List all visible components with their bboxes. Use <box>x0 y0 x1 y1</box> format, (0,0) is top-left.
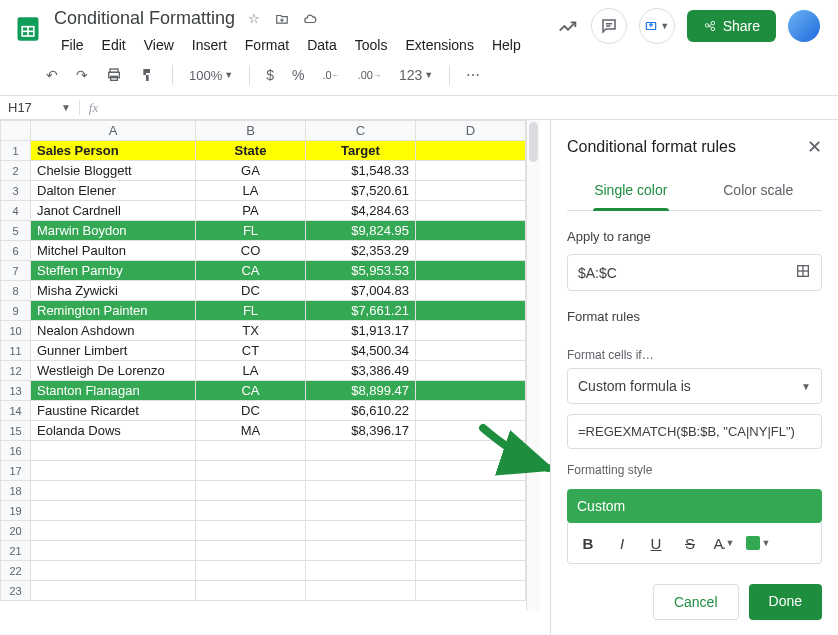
row-header[interactable]: 3 <box>1 181 31 201</box>
menu-insert[interactable]: Insert <box>185 33 234 57</box>
cell-state[interactable]: FL <box>196 301 306 321</box>
cell-target[interactable]: $3,386.49 <box>306 361 416 381</box>
increase-decimal-button[interactable]: .00→ <box>352 65 387 85</box>
cell-target[interactable]: $2,353.29 <box>306 241 416 261</box>
spreadsheet-grid[interactable]: ABCD 1Sales PersonStateTarget2Chelsie Bl… <box>0 120 526 601</box>
cell-target[interactable]: $4,500.34 <box>306 341 416 361</box>
cell-target[interactable]: $9,824.95 <box>306 221 416 241</box>
menu-edit[interactable]: Edit <box>95 33 133 57</box>
condition-select[interactable]: Custom formula is ▼ <box>567 368 822 404</box>
col-header-A[interactable]: A <box>31 121 196 141</box>
cell-state[interactable]: DC <box>196 401 306 421</box>
cell-person[interactable]: Marwin Boydon <box>31 221 196 241</box>
doc-title[interactable]: Conditional Formatting <box>54 8 235 29</box>
cancel-button[interactable]: Cancel <box>653 584 739 620</box>
number-format-button[interactable]: 123▼ <box>393 63 439 87</box>
name-box[interactable]: H17▼ <box>0 100 80 115</box>
row-header[interactable]: 20 <box>1 521 31 541</box>
formula-input[interactable]: =REGEXMATCH($B:$B, "CA|NY|FL") <box>567 414 822 449</box>
cell-person[interactable]: Misha Zywicki <box>31 281 196 301</box>
row-header[interactable]: 2 <box>1 161 31 181</box>
row-header[interactable]: 8 <box>1 281 31 301</box>
menu-view[interactable]: View <box>137 33 181 57</box>
cell-state[interactable]: CO <box>196 241 306 261</box>
cell-target[interactable]: $7,661.21 <box>306 301 416 321</box>
style-preview[interactable]: Custom <box>567 489 822 523</box>
tab-color-scale[interactable]: Color scale <box>695 170 823 210</box>
cell-state[interactable]: LA <box>196 181 306 201</box>
share-button[interactable]: Share <box>687 10 776 42</box>
cell-state[interactable]: CA <box>196 261 306 281</box>
bold-button[interactable]: B <box>572 529 604 557</box>
range-input[interactable]: $A:$C <box>567 254 822 291</box>
comments-button[interactable] <box>591 8 627 44</box>
row-header[interactable]: 17 <box>1 461 31 481</box>
cell-person[interactable]: Janot Cardnell <box>31 201 196 221</box>
row-header[interactable]: 21 <box>1 541 31 561</box>
cell-target[interactable]: $1,548.33 <box>306 161 416 181</box>
cell-state[interactable]: GA <box>196 161 306 181</box>
cell-person[interactable]: Mitchel Paulton <box>31 241 196 261</box>
col-header-B[interactable]: B <box>196 121 306 141</box>
col-header-C[interactable]: C <box>306 121 416 141</box>
percent-button[interactable]: % <box>286 63 310 87</box>
vertical-scrollbar[interactable] <box>526 120 540 611</box>
cell-state[interactable]: TX <box>196 321 306 341</box>
cell-person[interactable]: Dalton Elener <box>31 181 196 201</box>
cell-state[interactable]: CA <box>196 381 306 401</box>
cell-state[interactable]: FL <box>196 221 306 241</box>
row-header[interactable]: 13 <box>1 381 31 401</box>
more-tools-button[interactable]: ⋯ <box>460 63 486 87</box>
decrease-decimal-button[interactable]: .0← <box>316 65 345 85</box>
present-button[interactable]: ▼ <box>639 8 675 44</box>
row-header[interactable]: 23 <box>1 581 31 601</box>
fill-color-button[interactable]: ▼ <box>742 529 774 557</box>
history-icon[interactable] <box>557 15 579 37</box>
row-header[interactable]: 11 <box>1 341 31 361</box>
row-header[interactable]: 10 <box>1 321 31 341</box>
italic-button[interactable]: I <box>606 529 638 557</box>
star-icon[interactable]: ☆ <box>245 10 263 28</box>
cell-person[interactable]: Eolanda Dows <box>31 421 196 441</box>
row-header[interactable]: 9 <box>1 301 31 321</box>
row-header[interactable]: 1 <box>1 141 31 161</box>
cell-person[interactable]: Faustine Ricardet <box>31 401 196 421</box>
cell-person[interactable]: Westleigh De Lorenzo <box>31 361 196 381</box>
sheets-logo[interactable] <box>12 8 44 50</box>
menu-format[interactable]: Format <box>238 33 296 57</box>
cell-state[interactable]: LA <box>196 361 306 381</box>
cell-target[interactable]: $8,396.17 <box>306 421 416 441</box>
redo-button[interactable]: ↷ <box>70 63 94 87</box>
cell-state[interactable]: CT <box>196 341 306 361</box>
row-header[interactable]: 18 <box>1 481 31 501</box>
header-cell[interactable]: Sales Person <box>31 141 196 161</box>
menu-extensions[interactable]: Extensions <box>398 33 480 57</box>
row-header[interactable]: 4 <box>1 201 31 221</box>
cell-target[interactable]: $7,520.61 <box>306 181 416 201</box>
cell-person[interactable]: Gunner Limbert <box>31 341 196 361</box>
text-color-button[interactable]: A.▼ <box>708 529 740 557</box>
cloud-status-icon[interactable] <box>301 10 319 28</box>
row-header[interactable]: 14 <box>1 401 31 421</box>
strike-button[interactable]: S <box>674 529 706 557</box>
cell-target[interactable]: $1,913.17 <box>306 321 416 341</box>
cell-person[interactable]: Nealon Ashdown <box>31 321 196 341</box>
row-header[interactable]: 7 <box>1 261 31 281</box>
cell-person[interactable]: Steffen Parnby <box>31 261 196 281</box>
row-header[interactable]: 12 <box>1 361 31 381</box>
tab-single-color[interactable]: Single color <box>567 170 695 210</box>
header-cell[interactable]: Target <box>306 141 416 161</box>
cell-state[interactable]: MA <box>196 421 306 441</box>
cell-state[interactable]: DC <box>196 281 306 301</box>
undo-button[interactable]: ↶ <box>40 63 64 87</box>
cell-person[interactable]: Remington Painten <box>31 301 196 321</box>
row-header[interactable]: 19 <box>1 501 31 521</box>
row-header[interactable]: 5 <box>1 221 31 241</box>
menu-tools[interactable]: Tools <box>348 33 395 57</box>
row-header[interactable]: 15 <box>1 421 31 441</box>
print-button[interactable] <box>100 63 128 87</box>
currency-button[interactable]: $ <box>260 63 280 87</box>
close-icon[interactable]: ✕ <box>807 136 822 158</box>
cell-target[interactable]: $6,610.22 <box>306 401 416 421</box>
row-header[interactable]: 6 <box>1 241 31 261</box>
